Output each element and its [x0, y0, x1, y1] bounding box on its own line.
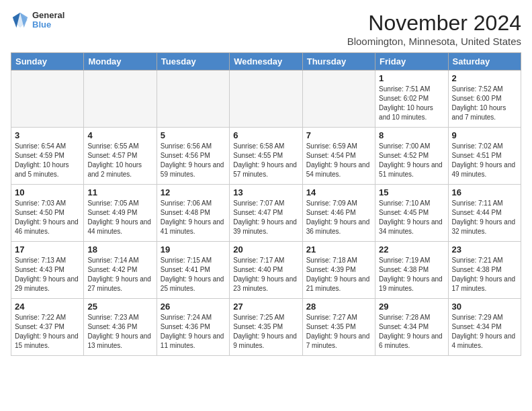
calendar-day [302, 71, 375, 128]
calendar-day [157, 71, 229, 128]
day-info: Sunrise: 6:59 AM Sunset: 4:54 PM Dayligh… [306, 142, 371, 179]
day-number: 13 [233, 187, 298, 197]
month-title: November 2024 [347, 11, 521, 36]
col-sunday: Sunday [11, 53, 84, 71]
calendar-day: 19Sunrise: 7:15 AM Sunset: 4:41 PM Dayli… [157, 242, 229, 299]
calendar-day: 3Sunrise: 6:54 AM Sunset: 4:59 PM Daylig… [11, 128, 84, 185]
calendar-day: 23Sunrise: 7:21 AM Sunset: 4:38 PM Dayli… [448, 242, 521, 299]
day-number: 20 [233, 244, 298, 255]
col-friday: Friday [375, 53, 448, 71]
calendar-day [11, 71, 84, 128]
day-info: Sunrise: 6:54 AM Sunset: 4:59 PM Dayligh… [15, 142, 80, 179]
day-info: Sunrise: 7:23 AM Sunset: 4:36 PM Dayligh… [87, 313, 152, 351]
day-info: Sunrise: 7:51 AM Sunset: 6:02 PM Dayligh… [379, 85, 444, 122]
calendar-day: 4Sunrise: 6:55 AM Sunset: 4:57 PM Daylig… [84, 128, 157, 185]
calendar-day [84, 71, 157, 128]
day-info: Sunrise: 7:27 AM Sunset: 4:35 PM Dayligh… [306, 313, 371, 351]
col-wednesday: Wednesday [230, 53, 302, 71]
day-number: 27 [233, 302, 298, 312]
calendar-day: 14Sunrise: 7:09 AM Sunset: 4:46 PM Dayli… [302, 185, 375, 242]
calendar-day: 21Sunrise: 7:18 AM Sunset: 4:39 PM Dayli… [302, 242, 375, 299]
logo: General Blue [11, 11, 64, 30]
calendar-day: 25Sunrise: 7:23 AM Sunset: 4:36 PM Dayli… [84, 299, 157, 356]
day-info: Sunrise: 6:56 AM Sunset: 4:56 PM Dayligh… [161, 142, 226, 179]
day-number: 3 [15, 130, 80, 140]
day-info: Sunrise: 6:55 AM Sunset: 4:57 PM Dayligh… [87, 142, 152, 179]
week-row-5: 24Sunrise: 7:22 AM Sunset: 4:37 PM Dayli… [11, 299, 521, 356]
calendar-day: 29Sunrise: 7:28 AM Sunset: 4:34 PM Dayli… [375, 299, 448, 356]
day-info: Sunrise: 7:18 AM Sunset: 4:39 PM Dayligh… [306, 256, 371, 293]
day-number: 26 [161, 302, 226, 312]
calendar-day: 2Sunrise: 7:52 AM Sunset: 6:00 PM Daylig… [448, 71, 521, 128]
day-number: 2 [452, 73, 517, 83]
day-number: 23 [452, 244, 517, 255]
day-number: 14 [306, 187, 371, 197]
day-info: Sunrise: 7:17 AM Sunset: 4:40 PM Dayligh… [233, 256, 298, 293]
day-number: 25 [87, 302, 152, 312]
day-number: 21 [306, 244, 371, 255]
day-info: Sunrise: 7:00 AM Sunset: 4:52 PM Dayligh… [379, 142, 444, 179]
calendar-day: 15Sunrise: 7:10 AM Sunset: 4:45 PM Dayli… [375, 185, 448, 242]
calendar-day: 18Sunrise: 7:14 AM Sunset: 4:42 PM Dayli… [84, 242, 157, 299]
day-number: 16 [452, 187, 517, 197]
day-info: Sunrise: 7:52 AM Sunset: 6:00 PM Dayligh… [452, 85, 517, 122]
col-saturday: Saturday [448, 53, 521, 71]
calendar-day: 26Sunrise: 7:24 AM Sunset: 4:36 PM Dayli… [157, 299, 229, 356]
day-number: 6 [233, 130, 298, 140]
day-info: Sunrise: 7:11 AM Sunset: 4:44 PM Dayligh… [452, 199, 517, 236]
day-info: Sunrise: 7:09 AM Sunset: 4:46 PM Dayligh… [306, 199, 371, 236]
logo-blue-text: Blue [32, 20, 64, 30]
calendar-day: 13Sunrise: 7:07 AM Sunset: 4:47 PM Dayli… [230, 185, 302, 242]
day-info: Sunrise: 7:14 AM Sunset: 4:42 PM Dayligh… [87, 256, 152, 293]
col-monday: Monday [84, 53, 157, 71]
calendar-day: 8Sunrise: 7:00 AM Sunset: 4:52 PM Daylig… [375, 128, 448, 185]
calendar-day [230, 71, 302, 128]
day-number: 24 [15, 302, 80, 312]
day-info: Sunrise: 7:28 AM Sunset: 4:34 PM Dayligh… [379, 313, 444, 351]
day-info: Sunrise: 7:02 AM Sunset: 4:51 PM Dayligh… [452, 142, 517, 179]
day-info: Sunrise: 7:29 AM Sunset: 4:34 PM Dayligh… [452, 313, 517, 351]
day-info: Sunrise: 6:58 AM Sunset: 4:55 PM Dayligh… [233, 142, 298, 179]
day-number: 22 [379, 244, 444, 255]
day-number: 10 [15, 187, 80, 197]
day-info: Sunrise: 7:13 AM Sunset: 4:43 PM Dayligh… [15, 256, 80, 293]
calendar-table: Sunday Monday Tuesday Wednesday Thursday… [11, 52, 521, 356]
day-number: 19 [161, 244, 226, 255]
location-text: Bloomington, Minnesota, United States [347, 36, 521, 47]
calendar-day: 30Sunrise: 7:29 AM Sunset: 4:34 PM Dayli… [448, 299, 521, 356]
day-info: Sunrise: 7:06 AM Sunset: 4:48 PM Dayligh… [161, 199, 226, 236]
day-number: 9 [452, 130, 517, 140]
day-number: 1 [379, 73, 444, 83]
week-row-1: 1Sunrise: 7:51 AM Sunset: 6:02 PM Daylig… [11, 71, 521, 128]
calendar-day: 6Sunrise: 6:58 AM Sunset: 4:55 PM Daylig… [230, 128, 302, 185]
calendar-day: 5Sunrise: 6:56 AM Sunset: 4:56 PM Daylig… [157, 128, 229, 185]
day-info: Sunrise: 7:05 AM Sunset: 4:49 PM Dayligh… [87, 199, 152, 236]
day-number: 11 [87, 187, 152, 197]
day-number: 18 [87, 244, 152, 255]
day-number: 30 [452, 302, 517, 312]
calendar-day: 16Sunrise: 7:11 AM Sunset: 4:44 PM Dayli… [448, 185, 521, 242]
day-number: 29 [379, 302, 444, 312]
day-number: 28 [306, 302, 371, 312]
logo-icon [11, 11, 30, 30]
week-row-2: 3Sunrise: 6:54 AM Sunset: 4:59 PM Daylig… [11, 128, 521, 185]
calendar-day: 7Sunrise: 6:59 AM Sunset: 4:54 PM Daylig… [302, 128, 375, 185]
day-number: 8 [379, 130, 444, 140]
day-number: 12 [161, 187, 226, 197]
calendar-header-row: Sunday Monday Tuesday Wednesday Thursday… [11, 53, 521, 71]
day-info: Sunrise: 7:25 AM Sunset: 4:35 PM Dayligh… [233, 313, 298, 351]
calendar-day: 27Sunrise: 7:25 AM Sunset: 4:35 PM Dayli… [230, 299, 302, 356]
calendar-day: 1Sunrise: 7:51 AM Sunset: 6:02 PM Daylig… [375, 71, 448, 128]
calendar-day: 10Sunrise: 7:03 AM Sunset: 4:50 PM Dayli… [11, 185, 84, 242]
day-number: 17 [15, 244, 80, 255]
col-thursday: Thursday [302, 53, 375, 71]
col-tuesday: Tuesday [157, 53, 229, 71]
day-info: Sunrise: 7:03 AM Sunset: 4:50 PM Dayligh… [15, 199, 80, 236]
day-number: 4 [87, 130, 152, 140]
week-row-3: 10Sunrise: 7:03 AM Sunset: 4:50 PM Dayli… [11, 185, 521, 242]
title-area: November 2024 Bloomington, Minnesota, Un… [347, 11, 521, 47]
day-info: Sunrise: 7:24 AM Sunset: 4:36 PM Dayligh… [161, 313, 226, 351]
calendar-day: 20Sunrise: 7:17 AM Sunset: 4:40 PM Dayli… [230, 242, 302, 299]
day-info: Sunrise: 7:15 AM Sunset: 4:41 PM Dayligh… [161, 256, 226, 293]
day-info: Sunrise: 7:21 AM Sunset: 4:38 PM Dayligh… [452, 256, 517, 293]
